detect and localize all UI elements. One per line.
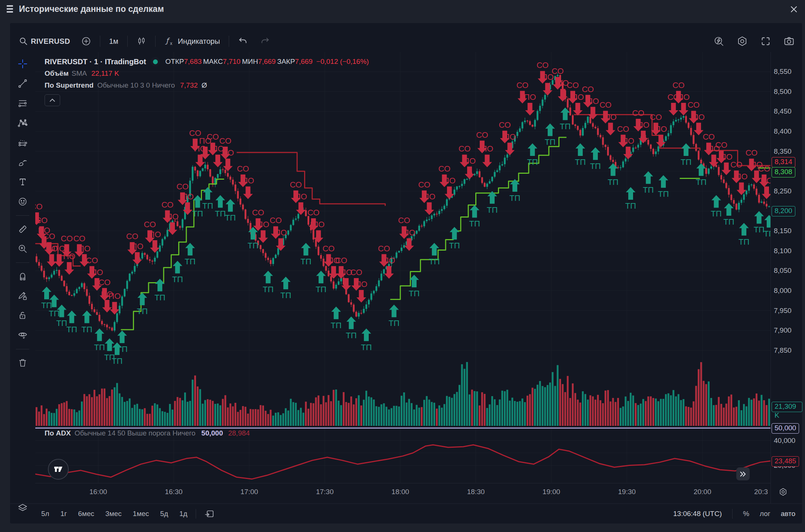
svg-text:СО: СО	[516, 81, 529, 90]
settings-button[interactable]	[735, 34, 749, 48]
close-icon[interactable]	[789, 4, 799, 14]
range-5d-button[interactable]: 5д	[160, 510, 168, 518]
clock[interactable]: 13:06:48 (UTC)	[673, 510, 722, 518]
svg-text:ТП: ТП	[137, 307, 148, 316]
xabcd-pattern-tool[interactable]	[14, 115, 31, 131]
redo-button[interactable]	[257, 34, 274, 48]
svg-text:ТП: ТП	[509, 193, 520, 203]
brush-tool[interactable]	[14, 154, 31, 170]
marker-po: ПО	[443, 176, 456, 199]
low-value: 7,669	[258, 58, 276, 65]
marker-tp: ТП	[764, 215, 770, 238]
fullscreen-button[interactable]	[759, 35, 772, 48]
legend-collapse-button[interactable]	[45, 94, 60, 106]
chart-plot[interactable]: СОСОПОСОПОТПТППОТПСОПОТПСОПОТПСОПОТПСОПО…	[35, 52, 770, 483]
forecast-tool[interactable]	[14, 134, 31, 151]
auto-scale-button[interactable]: авто	[781, 510, 795, 518]
svg-text:ТП: ТП	[487, 205, 498, 215]
open-value: 7,683	[184, 58, 202, 65]
undo-button[interactable]	[234, 34, 251, 48]
svg-text:ТП: ТП	[527, 157, 538, 167]
compare-add-button[interactable]	[78, 34, 95, 48]
series-title: RIVERUSDT · 1 · ITradingBot	[45, 58, 146, 66]
status-dot[interactable]	[150, 57, 160, 66]
marker-tp: ТП	[643, 171, 654, 195]
trade-markers: СОСОПОСОПОТПТППОТПСОПОТПСОПОТПСОПОТПСОПО…	[35, 61, 770, 366]
supertrend-legend[interactable]: По Supertrend Обычные 10 3 0 Ничего 7,73…	[45, 79, 369, 91]
chart-type-button[interactable]	[133, 34, 150, 48]
emoji-tool[interactable]	[14, 193, 31, 210]
adx-title: По ADX	[45, 429, 71, 437]
menu-icon[interactable]	[7, 5, 13, 13]
svg-text:СО: СО	[703, 132, 715, 141]
hide-drawings-tool[interactable]	[14, 327, 31, 343]
measure-tool[interactable]	[14, 221, 31, 237]
snapshot-button[interactable]	[782, 34, 796, 48]
range-3m-button[interactable]: 3мес	[105, 510, 122, 518]
price-axis[interactable]: 8,5508,5008,4508,4008,3508,3008,2508,200…	[770, 52, 802, 503]
percent-scale-button[interactable]: %	[743, 510, 749, 518]
svg-text:СО: СО	[476, 130, 488, 140]
svg-text:СО: СО	[35, 202, 43, 211]
drawing-lock-tool[interactable]	[14, 288, 31, 304]
svg-text:СО: СО	[207, 132, 219, 141]
axis-settings-button[interactable]	[778, 487, 788, 497]
time-tick: 18:00	[391, 488, 409, 496]
symbol-search-button[interactable]: RIVERUSD	[15, 35, 74, 48]
log-scale-button[interactable]: лог	[760, 510, 770, 518]
tradingview-logo[interactable]	[48, 459, 69, 480]
marker-po: ПО	[463, 156, 476, 179]
time-axis[interactable]: 16:0016:3017:0017:3018:0018:3019:0019:30…	[35, 483, 770, 502]
svg-text:СО: СО	[162, 200, 174, 209]
adx-legend[interactable]: По ADX Обычные 14 50 Выше порога Ничего …	[45, 429, 250, 437]
supertrend-suffix: Ø	[202, 81, 207, 89]
adx-value-label: 23,485	[772, 456, 799, 467]
time-tick: 17:30	[316, 488, 334, 496]
price-tick: 8,550	[774, 68, 792, 76]
svg-text:ПО: ПО	[91, 268, 103, 277]
high-value: 7,710	[223, 58, 241, 65]
indicators-button[interactable]: ƒx Индикаторы	[161, 34, 224, 48]
interval-button[interactable]: 1м	[105, 35, 122, 48]
magnet-tool[interactable]	[14, 268, 31, 284]
date-ranges: 5л 1г 6мес 3мес 1мес 5д 1д	[41, 510, 188, 518]
svg-text:СО: СО	[350, 268, 362, 277]
main-series-legend[interactable]: RIVERUSDT · 1 · ITradingBot ОТКР7,683 МА…	[45, 56, 369, 68]
last-price-label: 8,200	[772, 206, 795, 216]
svg-text:ПО: ПО	[383, 256, 395, 265]
fib-retracement-tool[interactable]	[14, 95, 31, 111]
marker-tp: ТП	[215, 195, 226, 218]
range-1m-button[interactable]: 1мес	[133, 510, 149, 518]
svg-text:ТП: ТП	[389, 319, 400, 328]
svg-text:СО: СО	[499, 120, 511, 130]
svg-text:ТП: ТП	[56, 319, 67, 328]
range-1y-button[interactable]: 1г	[61, 510, 67, 518]
svg-text:ТП: ТП	[560, 122, 571, 131]
go-to-date-button[interactable]	[204, 509, 215, 519]
lock-all-tool[interactable]	[14, 307, 31, 324]
svg-text:СО: СО	[270, 216, 282, 225]
zoom-in-tool[interactable]	[14, 241, 31, 257]
svg-text:ПО: ПО	[182, 192, 194, 201]
quick-search-button[interactable]	[712, 35, 726, 48]
range-1d-button[interactable]: 1д	[179, 510, 188, 518]
svg-text:ПО: ПО	[463, 156, 476, 166]
volume-legend[interactable]: Объём SMA 22,117 K	[45, 68, 369, 79]
text-tool[interactable]	[14, 174, 31, 190]
svg-text:ТП: ТП	[280, 291, 291, 300]
range-5y-button[interactable]: 5л	[41, 510, 49, 518]
marker-tp: ТП	[739, 223, 749, 247]
range-6m-button[interactable]: 6мес	[78, 510, 94, 518]
marker-tp: ТП	[300, 243, 311, 266]
svg-text:ПО: ПО	[312, 220, 325, 229]
expand-pane-button[interactable]	[736, 467, 750, 480]
marker-po: ПО	[481, 144, 493, 167]
time-tick: 18:30	[467, 488, 485, 496]
remove-drawings-tool[interactable]	[14, 355, 31, 371]
svg-text:ТП: ТП	[154, 293, 165, 302]
close-value: 7,669	[295, 58, 313, 65]
trend-line-tool[interactable]	[14, 75, 31, 92]
crosshair-tool[interactable]	[14, 56, 31, 72]
svg-text:ТП: ТП	[754, 225, 765, 234]
svg-text:ПО: ПО	[403, 228, 415, 237]
